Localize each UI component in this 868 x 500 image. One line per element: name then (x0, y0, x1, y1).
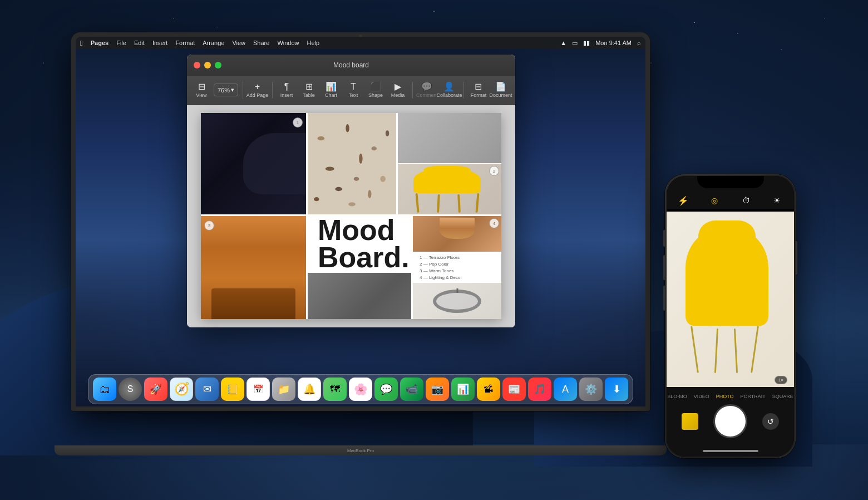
toolbar-chart[interactable]: 📊 Chart (321, 80, 341, 100)
menu-format[interactable]: Format (175, 40, 195, 46)
window-title: Mood board (333, 61, 369, 69)
dock-calendar[interactable]: 📅 (246, 378, 270, 401)
media-icon: ▶ (394, 82, 401, 91)
moodboard-title-text: MoodBoard. (313, 216, 411, 276)
toolbar-document[interactable]: 📄 Document (491, 80, 511, 100)
menu-pages[interactable]: Pages (91, 40, 108, 46)
toolbar-text[interactable]: T Text (343, 80, 363, 100)
info-list: 1 — Terrazzo Floors 2 — Pop Color 3 — Wa… (413, 252, 501, 283)
mode-square[interactable]: SQUARE (772, 394, 793, 399)
iphone-mute-button[interactable] (663, 230, 665, 247)
grey-wall-image (398, 113, 501, 164)
insert-label: Insert (280, 92, 293, 98)
camera-thumbnail[interactable] (682, 413, 698, 430)
toolbar-collaborate[interactable]: 👤 Collaborate (439, 80, 459, 100)
chair-leg-4 (476, 193, 480, 213)
timer-icon[interactable]: ⏱ (741, 195, 752, 206)
shutter-button[interactable] (715, 406, 746, 437)
macbook-chassis: MacBook Pro (55, 445, 667, 455)
mirror-shape (433, 290, 481, 313)
moodboard: 1 (201, 113, 501, 319)
camera-flip-button[interactable]: ↺ (762, 413, 779, 430)
collaborate-icon: 👤 (443, 82, 455, 91)
dock-messages[interactable]: 💬 (374, 378, 398, 401)
dock-mail[interactable]: ✉ (195, 378, 219, 401)
dock-safari[interactable]: 🧭 (170, 378, 193, 401)
cell-terrazzo (306, 113, 396, 214)
minimize-button[interactable] (204, 62, 211, 68)
text-label: Text (349, 92, 358, 98)
search-icon[interactable]: ⌕ (637, 40, 641, 46)
svg-point-2 (346, 124, 349, 133)
dock-notes[interactable]: 📒 (221, 378, 244, 401)
menu-help[interactable]: Help (307, 40, 320, 46)
dock-finder[interactable]: 🗂 (93, 378, 116, 401)
svg-point-11 (386, 130, 389, 136)
menu-view[interactable]: View (232, 40, 245, 46)
menu-insert[interactable]: Insert (152, 40, 168, 46)
airplay-icon: ▭ (572, 40, 578, 47)
pages-canvas: 1 (187, 105, 515, 327)
dock-maps[interactable]: 🗺 (323, 378, 347, 401)
dock-reminders[interactable]: 🔔 (298, 378, 321, 401)
exposure-icon[interactable]: ☀ (772, 195, 783, 206)
zoom-value: 76% (218, 87, 230, 94)
apple-menu[interactable]:  (80, 39, 83, 47)
dock-news[interactable]: 📰 (502, 378, 526, 401)
cell-dark-chair: 1 (201, 113, 306, 214)
dock-siri[interactable]: S (119, 378, 142, 401)
terrazzo-image (308, 113, 396, 214)
menu-share[interactable]: Share (253, 40, 269, 46)
toolbar-shape[interactable]: ⬛ Shape (366, 80, 386, 100)
flash-icon[interactable]: ⚡ (678, 195, 689, 206)
menu-arrange[interactable]: Arrange (203, 40, 224, 46)
toolbar-add-page[interactable]: + Add Page (248, 80, 268, 100)
svg-point-7 (335, 187, 342, 191)
svg-point-10 (348, 202, 356, 206)
fullscreen-button[interactable] (215, 62, 221, 68)
dock-downloads[interactable]: ⬇ (605, 378, 628, 401)
dock-numbers[interactable]: 📊 (451, 378, 475, 401)
view-label: View (196, 92, 206, 98)
wifi-icon: ▲ (560, 40, 566, 46)
toolbar-table[interactable]: ⊞ Table (299, 80, 319, 100)
shape-label: Shape (368, 92, 383, 98)
iphone-power-button[interactable] (796, 241, 797, 274)
toolbar-comment[interactable]: 💬 Comment (417, 80, 437, 100)
iphone-volume-up[interactable] (663, 255, 665, 280)
macbook:  Pages File Edit Insert Format Arrange … (60, 32, 661, 455)
toolbar-insert[interactable]: ¶ Insert (277, 80, 297, 100)
chart-label: Chart (325, 92, 337, 98)
dock-system-prefs[interactable]: ⚙️ (579, 378, 603, 401)
pages-toolbar: ⊟ View 76% ▾ + Add Page (187, 76, 515, 105)
dock-music[interactable]: 🎵 (528, 378, 551, 401)
mode-portrait[interactable]: PORTRAIT (741, 394, 766, 399)
document-label: Document (489, 92, 512, 98)
dock-iphoto[interactable]: 📷 (426, 378, 449, 401)
dock-appstore[interactable]: A (554, 378, 577, 401)
menu-edit[interactable]: Edit (134, 40, 145, 46)
cell-mirror (413, 283, 501, 319)
toolbar-view[interactable]: ⊟ View (191, 80, 211, 100)
dock-photos[interactable]: 🌸 (349, 378, 372, 401)
menubar:  Pages File Edit Insert Format Arrange … (76, 37, 645, 49)
chair-leg-3 (733, 328, 737, 372)
toolbar-format[interactable]: ⊟ Format (468, 80, 489, 100)
menu-file[interactable]: File (116, 40, 126, 46)
toolbar-media[interactable]: ▶ Media (388, 80, 408, 100)
menu-window[interactable]: Window (277, 40, 299, 46)
mode-photo[interactable]: PHOTO (716, 394, 734, 399)
close-button[interactable] (194, 62, 200, 68)
dock-files[interactable]: 📁 (272, 378, 295, 401)
toolbar-zoom[interactable]: 76% ▾ (214, 84, 238, 96)
dock-keynote[interactable]: 📽 (477, 378, 500, 401)
chair-seat (685, 229, 768, 326)
dock-launchpad[interactable]: 🚀 (144, 378, 167, 401)
iphone-volume-down[interactable] (663, 286, 665, 311)
dock-facetime[interactable]: 📹 (400, 378, 423, 401)
add-page-icon: + (255, 82, 260, 91)
info-item-1: 1 — Terrazzo Floors (420, 255, 495, 260)
live-photo-icon[interactable]: ◎ (709, 195, 720, 206)
mode-video[interactable]: VIDEO (694, 394, 709, 399)
mode-slomo[interactable]: SLO-MO (667, 394, 687, 399)
